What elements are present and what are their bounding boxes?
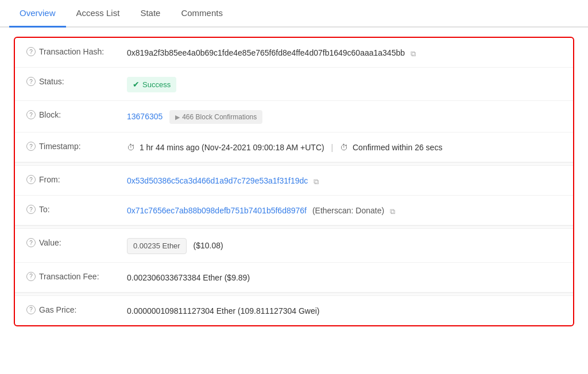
gas-price-label: ? Gas Price: (26, 304, 127, 314)
block-value: 13676305 ▶ 466 Block Confirmations (127, 109, 562, 124)
to-value: 0x71c7656ec7ab88b098defb751b7401b5f6d897… (127, 204, 562, 217)
to-help-icon[interactable]: ? (26, 205, 36, 214)
transaction-fee-value: 0.002306033673384 Ether ($9.89) (127, 271, 562, 284)
to-address-link[interactable]: 0x71c7656ec7ab88b098defb751b7401b5f6d897… (127, 206, 307, 215)
timestamp-clock-icon: ⏱ (127, 143, 135, 152)
status-help-icon[interactable]: ? (26, 77, 36, 86)
main-content: ? Transaction Hash: 0x819a2f3b85ee4a0b69… (0, 28, 588, 336)
tab-state[interactable]: State (130, 0, 171, 28)
transaction-fee-help-icon[interactable]: ? (26, 272, 36, 281)
status-value: ✔ Success (127, 76, 562, 92)
value-help-icon[interactable]: ? (26, 238, 36, 247)
timestamp-label: ? Timestamp: (26, 141, 127, 151)
transaction-hash-value: 0x819a2f3b85ee4a0b69c1fde4e85e765f6fd8e4… (127, 46, 562, 59)
transaction-hash-row: ? Transaction Hash: 0x819a2f3b85ee4a0b69… (15, 38, 573, 68)
transaction-hash-label: ? Transaction Hash: (26, 46, 127, 56)
value-label: ? Value: (26, 237, 127, 247)
timestamp-value: ⏱ 1 hr 44 mins ago (Nov-24-2021 09:00:18… (127, 141, 562, 154)
status-label: ? Status: (26, 76, 127, 86)
transaction-hash-copy-icon[interactable]: ⧉ (411, 48, 416, 60)
block-confirmations-badge: ▶ 466 Block Confirmations (169, 110, 262, 124)
gas-price-row: ? Gas Price: 0.000000109811127304 Ether … (15, 296, 573, 325)
timestamp-row: ? Timestamp: ⏱ 1 hr 44 mins ago (Nov-24-… (15, 133, 573, 162)
block-label: ? Block: (26, 109, 127, 119)
ether-value-badge: 0.00235 Ether (127, 238, 187, 254)
success-check-icon: ✔ (133, 79, 140, 91)
block-help-icon[interactable]: ? (26, 110, 36, 119)
to-annotation: (Etherscan: Donate) (312, 206, 384, 215)
tab-comments[interactable]: Comments (171, 0, 233, 28)
from-label: ? From: (26, 174, 127, 184)
timestamp-help-icon[interactable]: ? (26, 142, 36, 151)
value-value: 0.00235 Ether ($10.08) (127, 237, 562, 254)
status-badge: ✔ Success (127, 77, 176, 92)
to-copy-icon[interactable]: ⧉ (390, 206, 395, 217)
block-number-link[interactable]: 13676305 (127, 112, 163, 121)
tab-overview[interactable]: Overview (9, 0, 66, 28)
value-row: ? Value: 0.00235 Ether ($10.08) (15, 229, 573, 263)
gas-price-help-icon[interactable]: ? (26, 305, 36, 314)
from-address-link[interactable]: 0x53d50386c5ca3d466d1a9d7c729e53a1f31f19… (127, 176, 308, 185)
tab-access-list[interactable]: Access List (66, 0, 130, 28)
from-copy-icon[interactable]: ⧉ (314, 176, 319, 188)
transaction-hash-help-icon[interactable]: ? (26, 47, 36, 56)
status-row: ? Status: ✔ Success (15, 68, 573, 101)
transaction-details-card: ? Transaction Hash: 0x819a2f3b85ee4a0b69… (14, 37, 574, 326)
confirmed-clock-icon: ⏱ (340, 143, 348, 152)
from-help-icon[interactable]: ? (26, 175, 36, 184)
timestamp-separator: | (331, 143, 334, 152)
to-row: ? To: 0x71c7656ec7ab88b098defb751b7401b5… (15, 196, 573, 225)
transaction-fee-label: ? Transaction Fee: (26, 271, 127, 281)
tab-bar: Overview Access List State Comments (0, 0, 588, 28)
block-row: ? Block: 13676305 ▶ 466 Block Confirmati… (15, 101, 573, 133)
transaction-fee-row: ? Transaction Fee: 0.002306033673384 Eth… (15, 263, 573, 293)
gas-price-value: 0.000000109811127304 Ether (109.81112730… (127, 304, 562, 317)
to-label: ? To: (26, 204, 127, 214)
block-arrow-icon: ▶ (175, 112, 180, 122)
from-value: 0x53d50386c5ca3d466d1a9d7c729e53a1f31f19… (127, 174, 562, 187)
from-row: ? From: 0x53d50386c5ca3d466d1a9d7c729e53… (15, 166, 573, 196)
